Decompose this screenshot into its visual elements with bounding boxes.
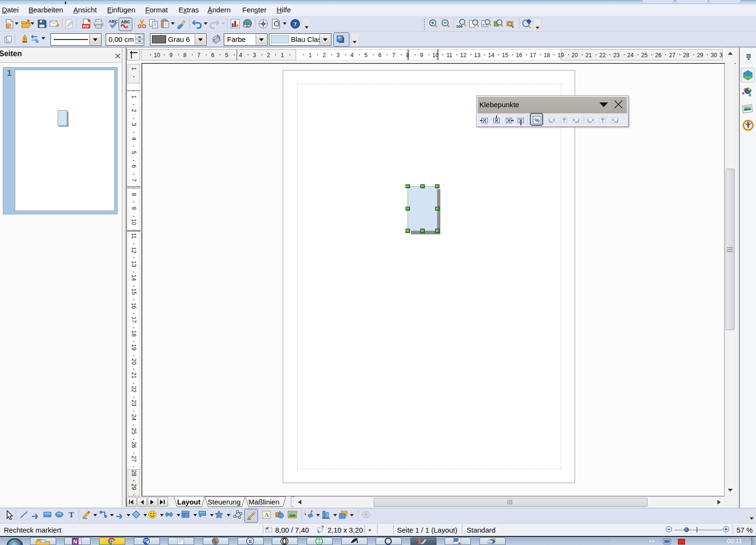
svg-text:?: ? xyxy=(294,20,297,28)
svg-text:ABC: ABC xyxy=(109,19,118,24)
svg-text:PDF: PDF xyxy=(83,25,89,28)
svg-text:ABC: ABC xyxy=(121,20,130,24)
svg-text:N: N xyxy=(73,539,77,545)
svg-text:T: T xyxy=(69,510,74,519)
svg-text:B: B xyxy=(249,539,252,544)
svg-text:%: % xyxy=(534,117,539,124)
svg-text:100: 100 xyxy=(456,24,463,29)
svg-text:A: A xyxy=(265,512,269,518)
